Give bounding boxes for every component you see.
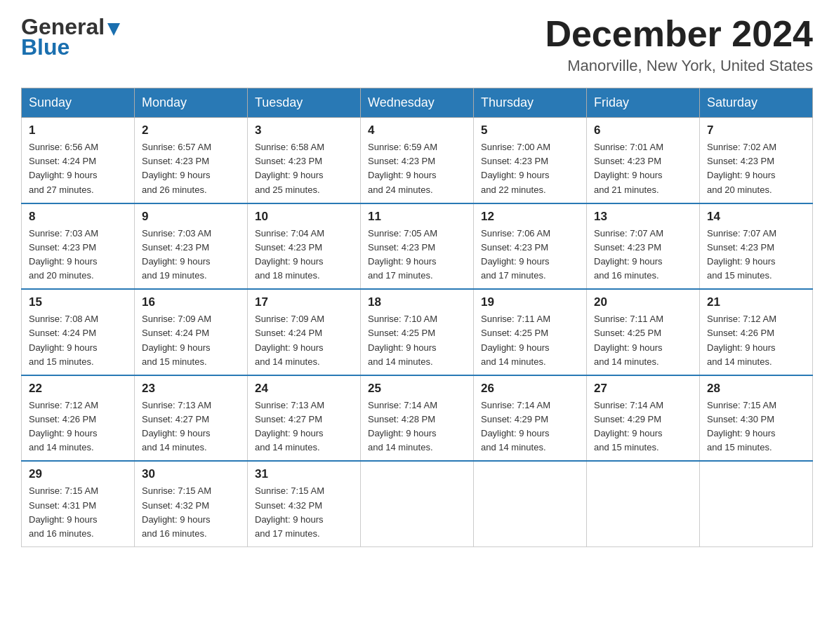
calendar-day-cell: 28Sunrise: 7:15 AMSunset: 4:30 PMDayligh… — [700, 375, 813, 462]
day-number: 15 — [29, 295, 127, 309]
day-number: 27 — [594, 382, 692, 396]
day-number: 19 — [481, 295, 579, 309]
calendar-header-wednesday: Wednesday — [361, 88, 474, 118]
day-info: Sunrise: 6:58 AMSunset: 4:23 PMDaylight:… — [255, 140, 353, 197]
day-number: 18 — [368, 295, 466, 309]
calendar-day-cell — [700, 461, 813, 546]
calendar-day-cell: 9Sunrise: 7:03 AMSunset: 4:23 PMDaylight… — [135, 203, 248, 290]
day-number: 20 — [594, 295, 692, 309]
day-info: Sunrise: 7:11 AMSunset: 4:25 PMDaylight:… — [594, 312, 692, 369]
calendar-day-cell: 24Sunrise: 7:13 AMSunset: 4:27 PMDayligh… — [248, 375, 361, 462]
calendar-day-cell: 21Sunrise: 7:12 AMSunset: 4:26 PMDayligh… — [700, 289, 813, 375]
calendar-day-cell: 23Sunrise: 7:13 AMSunset: 4:27 PMDayligh… — [135, 375, 248, 462]
calendar-day-cell: 10Sunrise: 7:04 AMSunset: 4:23 PMDayligh… — [248, 203, 361, 290]
calendar-day-cell: 6Sunrise: 7:01 AMSunset: 4:23 PMDaylight… — [587, 118, 700, 203]
calendar-day-cell: 2Sunrise: 6:57 AMSunset: 4:23 PMDaylight… — [135, 118, 248, 203]
day-info: Sunrise: 7:05 AMSunset: 4:23 PMDaylight:… — [368, 227, 466, 283]
day-info: Sunrise: 7:14 AMSunset: 4:28 PMDaylight:… — [368, 398, 466, 455]
day-number: 16 — [142, 295, 240, 309]
day-number: 7 — [707, 123, 805, 137]
day-info: Sunrise: 7:12 AMSunset: 4:26 PMDaylight:… — [29, 398, 127, 455]
day-number: 26 — [481, 382, 579, 396]
day-number: 17 — [255, 295, 353, 309]
calendar-week-row: 1Sunrise: 6:56 AMSunset: 4:24 PMDaylight… — [22, 118, 813, 203]
calendar-day-cell: 5Sunrise: 7:00 AMSunset: 4:23 PMDaylight… — [474, 118, 587, 203]
title-block: December 2024 Manorville, New York, Unit… — [545, 14, 813, 75]
day-info: Sunrise: 6:56 AMSunset: 4:24 PMDaylight:… — [29, 140, 127, 197]
logo-blue-text: Blue — [21, 34, 70, 60]
day-info: Sunrise: 7:01 AMSunset: 4:23 PMDaylight:… — [594, 140, 692, 197]
day-number: 30 — [142, 467, 240, 481]
calendar-day-cell: 18Sunrise: 7:10 AMSunset: 4:25 PMDayligh… — [361, 289, 474, 375]
calendar-day-cell: 7Sunrise: 7:02 AMSunset: 4:23 PMDaylight… — [700, 118, 813, 203]
day-number: 13 — [594, 210, 692, 224]
day-number: 11 — [368, 210, 466, 224]
calendar-day-cell: 17Sunrise: 7:09 AMSunset: 4:24 PMDayligh… — [248, 289, 361, 375]
day-number: 4 — [368, 123, 466, 137]
day-info: Sunrise: 7:15 AMSunset: 4:32 PMDaylight:… — [142, 484, 240, 541]
calendar-week-row: 8Sunrise: 7:03 AMSunset: 4:23 PMDaylight… — [22, 203, 813, 290]
month-title: December 2024 — [545, 14, 813, 54]
day-number: 24 — [255, 382, 353, 396]
day-number: 12 — [481, 210, 579, 224]
day-info: Sunrise: 7:15 AMSunset: 4:30 PMDaylight:… — [707, 398, 805, 455]
calendar-day-cell: 20Sunrise: 7:11 AMSunset: 4:25 PMDayligh… — [587, 289, 700, 375]
day-info: Sunrise: 7:09 AMSunset: 4:24 PMDaylight:… — [142, 312, 240, 369]
calendar-table: SundayMondayTuesdayWednesdayThursdayFrid… — [21, 88, 813, 547]
day-number: 10 — [255, 210, 353, 224]
day-info: Sunrise: 7:00 AMSunset: 4:23 PMDaylight:… — [481, 140, 579, 197]
day-info: Sunrise: 7:14 AMSunset: 4:29 PMDaylight:… — [481, 398, 579, 455]
logo-triangle-icon — [106, 22, 121, 37]
calendar-day-cell: 25Sunrise: 7:14 AMSunset: 4:28 PMDayligh… — [361, 375, 474, 462]
day-info: Sunrise: 7:04 AMSunset: 4:23 PMDaylight:… — [255, 227, 353, 283]
calendar-day-cell — [587, 461, 700, 546]
calendar-day-cell: 29Sunrise: 7:15 AMSunset: 4:31 PMDayligh… — [22, 461, 135, 546]
day-info: Sunrise: 7:08 AMSunset: 4:24 PMDaylight:… — [29, 312, 127, 369]
calendar-week-row: 22Sunrise: 7:12 AMSunset: 4:26 PMDayligh… — [22, 375, 813, 462]
day-info: Sunrise: 7:14 AMSunset: 4:29 PMDaylight:… — [594, 398, 692, 455]
calendar-day-cell: 11Sunrise: 7:05 AMSunset: 4:23 PMDayligh… — [361, 203, 474, 290]
calendar-day-cell: 1Sunrise: 6:56 AMSunset: 4:24 PMDaylight… — [22, 118, 135, 203]
calendar-header-monday: Monday — [135, 88, 248, 118]
day-number: 8 — [29, 210, 127, 224]
day-number: 1 — [29, 123, 127, 137]
day-info: Sunrise: 7:11 AMSunset: 4:25 PMDaylight:… — [481, 312, 579, 369]
calendar-week-row: 15Sunrise: 7:08 AMSunset: 4:24 PMDayligh… — [22, 289, 813, 375]
day-info: Sunrise: 7:06 AMSunset: 4:23 PMDaylight:… — [481, 227, 579, 283]
calendar-day-cell: 30Sunrise: 7:15 AMSunset: 4:32 PMDayligh… — [135, 461, 248, 546]
day-number: 21 — [707, 295, 805, 309]
day-info: Sunrise: 7:07 AMSunset: 4:23 PMDaylight:… — [707, 227, 805, 283]
day-info: Sunrise: 7:03 AMSunset: 4:23 PMDaylight:… — [29, 227, 127, 283]
day-info: Sunrise: 7:13 AMSunset: 4:27 PMDaylight:… — [142, 398, 240, 455]
calendar-header-saturday: Saturday — [700, 88, 813, 118]
calendar-day-cell: 15Sunrise: 7:08 AMSunset: 4:24 PMDayligh… — [22, 289, 135, 375]
calendar-day-cell: 8Sunrise: 7:03 AMSunset: 4:23 PMDaylight… — [22, 203, 135, 290]
day-number: 9 — [142, 210, 240, 224]
logo: General Blue — [21, 14, 121, 60]
calendar-day-cell: 19Sunrise: 7:11 AMSunset: 4:25 PMDayligh… — [474, 289, 587, 375]
day-number: 5 — [481, 123, 579, 137]
day-info: Sunrise: 7:13 AMSunset: 4:27 PMDaylight:… — [255, 398, 353, 455]
day-number: 2 — [142, 123, 240, 137]
day-info: Sunrise: 7:15 AMSunset: 4:31 PMDaylight:… — [29, 484, 127, 541]
day-info: Sunrise: 7:15 AMSunset: 4:32 PMDaylight:… — [255, 484, 353, 541]
calendar-day-cell: 16Sunrise: 7:09 AMSunset: 4:24 PMDayligh… — [135, 289, 248, 375]
calendar-day-cell: 14Sunrise: 7:07 AMSunset: 4:23 PMDayligh… — [700, 203, 813, 290]
day-info: Sunrise: 7:02 AMSunset: 4:23 PMDaylight:… — [707, 140, 805, 197]
calendar-week-row: 29Sunrise: 7:15 AMSunset: 4:31 PMDayligh… — [22, 461, 813, 546]
day-number: 22 — [29, 382, 127, 396]
calendar-header-tuesday: Tuesday — [248, 88, 361, 118]
calendar-header-friday: Friday — [587, 88, 700, 118]
calendar-day-cell: 26Sunrise: 7:14 AMSunset: 4:29 PMDayligh… — [474, 375, 587, 462]
calendar-day-cell: 22Sunrise: 7:12 AMSunset: 4:26 PMDayligh… — [22, 375, 135, 462]
day-info: Sunrise: 6:57 AMSunset: 4:23 PMDaylight:… — [142, 140, 240, 197]
day-number: 31 — [255, 467, 353, 481]
location-subtitle: Manorville, New York, United States — [545, 57, 813, 75]
day-info: Sunrise: 7:10 AMSunset: 4:25 PMDaylight:… — [368, 312, 466, 369]
day-info: Sunrise: 7:03 AMSunset: 4:23 PMDaylight:… — [142, 227, 240, 283]
calendar-day-cell: 3Sunrise: 6:58 AMSunset: 4:23 PMDaylight… — [248, 118, 361, 203]
calendar-day-cell: 27Sunrise: 7:14 AMSunset: 4:29 PMDayligh… — [587, 375, 700, 462]
day-number: 6 — [594, 123, 692, 137]
day-number: 3 — [255, 123, 353, 137]
calendar-day-cell: 31Sunrise: 7:15 AMSunset: 4:32 PMDayligh… — [248, 461, 361, 546]
